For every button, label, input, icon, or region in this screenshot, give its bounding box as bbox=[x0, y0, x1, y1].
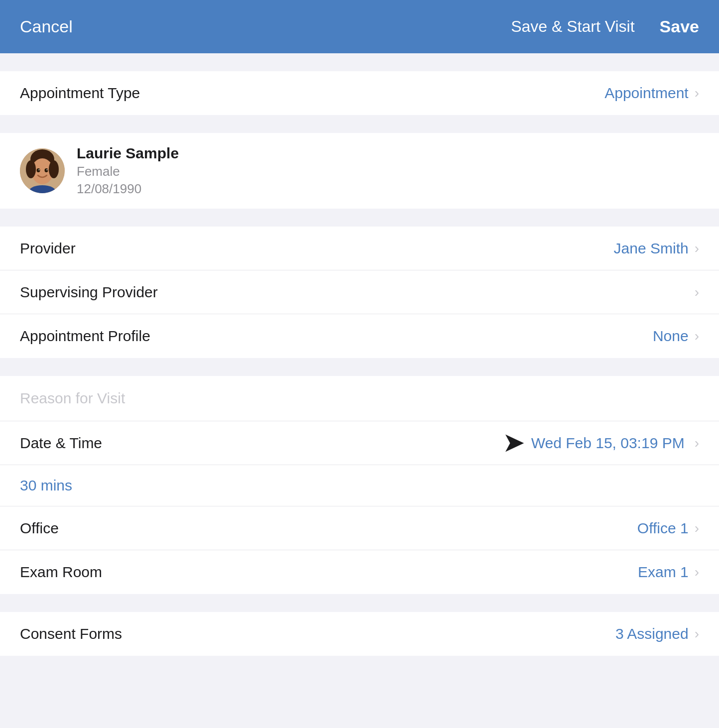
exam-room-value[interactable]: Exam 1 › bbox=[638, 564, 699, 581]
avatar bbox=[20, 148, 65, 193]
svg-point-9 bbox=[47, 169, 48, 170]
svg-point-8 bbox=[39, 169, 40, 170]
consent-forms-value[interactable]: 3 Assigned › bbox=[615, 625, 699, 642]
appointment-profile-row[interactable]: Appointment Profile None › bbox=[0, 314, 719, 358]
supervising-provider-label: Supervising Provider bbox=[20, 284, 158, 301]
reason-for-visit-placeholder: Reason for Visit bbox=[20, 390, 125, 406]
office-value-text: Office 1 bbox=[637, 520, 689, 537]
section-gap-6 bbox=[0, 656, 719, 674]
office-row[interactable]: Office Office 1 › bbox=[0, 506, 719, 550]
provider-section: Provider Jane Smith › Supervising Provid… bbox=[0, 227, 719, 358]
office-value[interactable]: Office 1 › bbox=[637, 520, 699, 537]
appointment-type-section: Appointment Type Appointment › bbox=[0, 71, 719, 115]
appointment-profile-label: Appointment Profile bbox=[20, 328, 150, 345]
appointment-type-value-text: Appointment bbox=[604, 85, 688, 102]
appointment-type-label: Appointment Type bbox=[20, 85, 140, 102]
patient-gender: Female bbox=[77, 164, 179, 179]
chevron-right-icon: › bbox=[695, 328, 699, 344]
patient-name: Laurie Sample bbox=[77, 145, 179, 162]
section-gap-5 bbox=[0, 594, 719, 612]
consent-forms-row[interactable]: Consent Forms 3 Assigned › bbox=[0, 612, 719, 656]
section-gap-4 bbox=[0, 358, 719, 376]
exam-room-label: Exam Room bbox=[20, 564, 102, 581]
svg-point-4 bbox=[49, 160, 59, 178]
save-button[interactable]: Save bbox=[660, 17, 699, 36]
consent-forms-label: Consent Forms bbox=[20, 625, 122, 642]
appointment-type-row[interactable]: Appointment Type Appointment › bbox=[0, 71, 719, 115]
office-label: Office bbox=[20, 520, 59, 537]
chevron-right-icon: › bbox=[695, 520, 699, 536]
consent-forms-value-text: 3 Assigned bbox=[615, 625, 689, 642]
provider-label: Provider bbox=[20, 240, 76, 257]
chevron-right-icon: › bbox=[695, 241, 699, 256]
date-time-row[interactable]: Date & Time ➤ Wed Feb 15, 03:19 PM › bbox=[0, 421, 719, 465]
duration-row[interactable]: 30 mins bbox=[0, 465, 719, 506]
appointment-profile-value-text: None bbox=[653, 328, 689, 345]
svg-point-7 bbox=[45, 168, 48, 172]
section-gap-1 bbox=[0, 53, 719, 71]
date-time-value[interactable]: ➤ Wed Feb 15, 03:19 PM › bbox=[503, 431, 699, 455]
chevron-right-icon: › bbox=[695, 564, 699, 580]
exam-room-value-text: Exam 1 bbox=[638, 564, 689, 581]
annotation-arrow: ➤ bbox=[503, 431, 523, 455]
duration-value[interactable]: 30 mins bbox=[20, 477, 72, 493]
supervising-provider-row[interactable]: Supervising Provider › bbox=[0, 270, 719, 314]
patient-row[interactable]: Laurie Sample Female 12/08/1990 bbox=[0, 133, 719, 209]
chevron-right-icon: › bbox=[695, 626, 699, 642]
appointment-type-value[interactable]: Appointment › bbox=[604, 85, 699, 102]
save-start-visit-button[interactable]: Save & Start Visit bbox=[511, 17, 634, 36]
svg-point-6 bbox=[37, 168, 40, 172]
provider-value[interactable]: Jane Smith › bbox=[614, 240, 699, 257]
patient-section: Laurie Sample Female 12/08/1990 bbox=[0, 133, 719, 209]
reason-for-visit-row[interactable]: Reason for Visit bbox=[0, 376, 719, 421]
supervising-provider-value[interactable]: › bbox=[693, 284, 699, 300]
chevron-right-icon: › bbox=[695, 284, 699, 300]
cancel-button[interactable]: Cancel bbox=[20, 17, 73, 36]
chevron-right-icon: › bbox=[695, 435, 699, 451]
patient-info: Laurie Sample Female 12/08/1990 bbox=[77, 145, 179, 197]
patient-dob: 12/08/1990 bbox=[77, 181, 179, 197]
header-actions: Save & Start Visit Save bbox=[511, 17, 699, 36]
date-time-value-text: Wed Feb 15, 03:19 PM bbox=[531, 435, 685, 452]
visit-details-section: Reason for Visit Date & Time ➤ Wed Feb 1… bbox=[0, 376, 719, 594]
section-gap-2 bbox=[0, 115, 719, 133]
exam-room-row[interactable]: Exam Room Exam 1 › bbox=[0, 550, 719, 594]
section-gap-3 bbox=[0, 209, 719, 227]
svg-point-3 bbox=[26, 160, 36, 178]
appointment-profile-value[interactable]: None › bbox=[653, 328, 699, 345]
chevron-right-icon: › bbox=[695, 85, 699, 101]
provider-value-text: Jane Smith bbox=[614, 240, 689, 257]
provider-row[interactable]: Provider Jane Smith › bbox=[0, 227, 719, 270]
consent-forms-section: Consent Forms 3 Assigned › bbox=[0, 612, 719, 656]
header: Cancel Save & Start Visit Save bbox=[0, 0, 719, 53]
date-time-label: Date & Time bbox=[20, 435, 102, 452]
